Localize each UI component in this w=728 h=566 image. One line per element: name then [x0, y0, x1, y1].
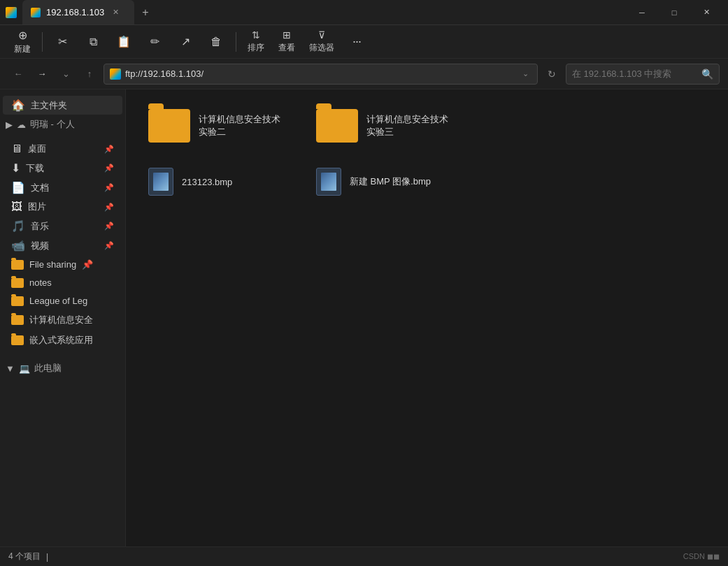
view-button[interactable]: ⊞ 查看 [273, 27, 301, 57]
file-item-newbmp[interactable]: 新建 BMP 图像.bmp [308, 162, 462, 201]
delete-button[interactable]: 🗑 [202, 33, 230, 51]
desktop-icon: 🖥 [11, 143, 22, 155]
paste-icon: 📋 [117, 35, 131, 48]
cut-button[interactable]: ✂ [48, 32, 76, 51]
bmp-icon-213123 [148, 168, 173, 196]
share-button[interactable]: ↗ [171, 32, 199, 51]
up-button[interactable]: ↑ [80, 64, 99, 84]
documents-icon: 📄 [11, 181, 25, 194]
toolbar-separator-2 [236, 32, 236, 52]
folder-icon-security [11, 315, 24, 325]
folder-icon-exp3 [316, 109, 358, 143]
cloud-icon: ☁ [17, 119, 26, 130]
back-button[interactable]: ← [8, 64, 28, 84]
folder-item-exp2[interactable]: 计算机信息安全技术 实验二 [140, 103, 294, 148]
pin-icon-downloads: 📌 [104, 164, 114, 173]
home-label: 主文件夹 [31, 99, 114, 112]
close-button[interactable]: ✕ [690, 0, 722, 25]
delete-icon: 🗑 [210, 36, 222, 48]
sidebar-item-desktop[interactable]: 🖥 桌面 📌 [3, 140, 122, 158]
filter-button[interactable]: ⊽ 筛选器 [304, 27, 340, 57]
sidebar-item-music[interactable]: 🎵 音乐 📌 [3, 217, 122, 235]
home-icon: 🏠 [11, 99, 25, 112]
sidebar: 🏠 主文件夹 ▶ ☁ 明瑞 - 个人 🖥 桌面 📌 ⬇ 下载 📌 📄 文档 📌 … [0, 89, 126, 546]
folder-icon-exp2 [148, 109, 190, 143]
tab-close-button[interactable]: ✕ [110, 7, 121, 18]
address-bar: ← → ⌄ ↑ ⌄ ↻ 🔍 [0, 59, 728, 89]
item-count: 4 个项目 [8, 551, 41, 563]
csdn-watermark: CSDN ◼◼ [683, 552, 720, 561]
sidebar-item-videos[interactable]: 📹 视频 📌 [3, 236, 122, 255]
sidebar-item-security[interactable]: 计算机信息安全 [3, 310, 122, 330]
rename-icon: ✏ [150, 35, 159, 48]
folder-icon-embedded [11, 335, 24, 345]
sidebar-collapse-thispc[interactable]: ▼ 💻 此电脑 [0, 359, 125, 377]
file-sharing-label: File sharing [29, 259, 76, 270]
paste-button[interactable]: 📋 [110, 32, 138, 51]
new-tab-button[interactable]: + [134, 1, 157, 24]
sidebar-collapse-cloud[interactable]: ▶ ☁ 明瑞 - 个人 [0, 115, 125, 133]
cut-icon: ✂ [58, 35, 67, 48]
sidebar-item-home[interactable]: 🏠 主文件夹 [3, 96, 122, 115]
pictures-label: 图片 [28, 201, 99, 213]
more-icon: ··· [352, 34, 361, 49]
sidebar-item-notes[interactable]: notes [3, 274, 122, 291]
title-bar: 192.168.1.103 ✕ + ─ □ ✕ [0, 0, 728, 25]
folder-icon-notes [11, 278, 24, 288]
sidebar-item-league[interactable]: League of Leg [3, 292, 122, 310]
rename-button[interactable]: ✏ [141, 32, 169, 51]
active-tab[interactable]: 192.168.1.103 ✕ [22, 0, 134, 24]
search-wrapper[interactable]: 🔍 [566, 64, 720, 85]
desktop-label: 桌面 [28, 143, 99, 155]
more-button[interactable]: ··· [343, 31, 371, 52]
thispc-label: 此电脑 [34, 362, 62, 375]
minimize-button[interactable]: ─ [626, 0, 658, 25]
new-button[interactable]: ⊕ 新建 [8, 26, 36, 58]
file-label-213123: 213123.bmp [182, 177, 232, 187]
toolbar: ⊕ 新建 ✂ ⧉ 📋 ✏ ↗ 🗑 ⇅ 排序 ⊞ 查看 ⊽ 筛选器 ··· [0, 25, 728, 59]
videos-icon: 📹 [11, 239, 25, 252]
copy-button[interactable]: ⧉ [79, 33, 107, 51]
app-icon [6, 7, 17, 18]
pictures-icon: 🖼 [11, 201, 22, 213]
address-input-wrapper[interactable]: ⌄ [104, 64, 538, 85]
status-separator: | [46, 552, 48, 562]
sort-button[interactable]: ⇅ 排序 [242, 27, 270, 57]
folder-label-exp3: 计算机信息安全技术 实验三 [366, 113, 453, 138]
downloads-label: 下载 [26, 162, 99, 175]
tab-title: 192.168.1.103 [46, 7, 104, 17]
tab-bar: 192.168.1.103 ✕ + [22, 0, 620, 24]
security-label: 计算机信息安全 [29, 314, 93, 326]
search-input[interactable] [572, 68, 697, 79]
folder-item-exp3[interactable]: 计算机信息安全技术 实验三 [308, 103, 462, 148]
view-label: 查看 [278, 42, 295, 54]
forward-button[interactable]: → [32, 64, 52, 84]
share-icon: ↗ [181, 35, 190, 48]
pin-icon-music: 📌 [104, 222, 114, 231]
maximize-button[interactable]: □ [658, 0, 690, 25]
pin-icon-pictures: 📌 [104, 203, 114, 212]
pin-icon-documents: 📌 [104, 183, 114, 192]
refresh-button[interactable]: ↻ [542, 64, 562, 84]
folder-icon-file-sharing [11, 260, 24, 270]
address-dropdown-button[interactable]: ⌄ [520, 68, 531, 80]
pin-icon-desktop: 📌 [104, 145, 114, 154]
videos-label: 视频 [31, 240, 99, 252]
copy-icon: ⧉ [90, 36, 97, 48]
downloads-icon: ⬇ [11, 161, 20, 175]
music-icon: 🎵 [11, 219, 25, 233]
embedded-label: 嵌入式系统应用 [29, 334, 93, 347]
documents-label: 文档 [31, 182, 99, 194]
pin-icon-file-sharing: 📌 [82, 259, 93, 270]
sidebar-item-file-sharing[interactable]: File sharing 📌 [3, 256, 122, 273]
sidebar-item-pictures[interactable]: 🖼 图片 📌 [3, 198, 122, 216]
sidebar-item-embedded[interactable]: 嵌入式系统应用 [3, 331, 122, 350]
content-area: 计算机信息安全技术 实验二 计算机信息安全技术 实验三 213123.bmp 新… [126, 89, 728, 546]
file-item-213123[interactable]: 213123.bmp [140, 162, 294, 201]
recent-button[interactable]: ⌄ [56, 64, 76, 84]
address-input[interactable] [125, 68, 515, 79]
sidebar-item-documents[interactable]: 📄 文档 📌 [3, 178, 122, 197]
pin-icon-videos: 📌 [104, 241, 114, 250]
thispc-collapse-icon: ▼ [6, 363, 15, 374]
sidebar-item-downloads[interactable]: ⬇ 下载 📌 [3, 159, 122, 177]
